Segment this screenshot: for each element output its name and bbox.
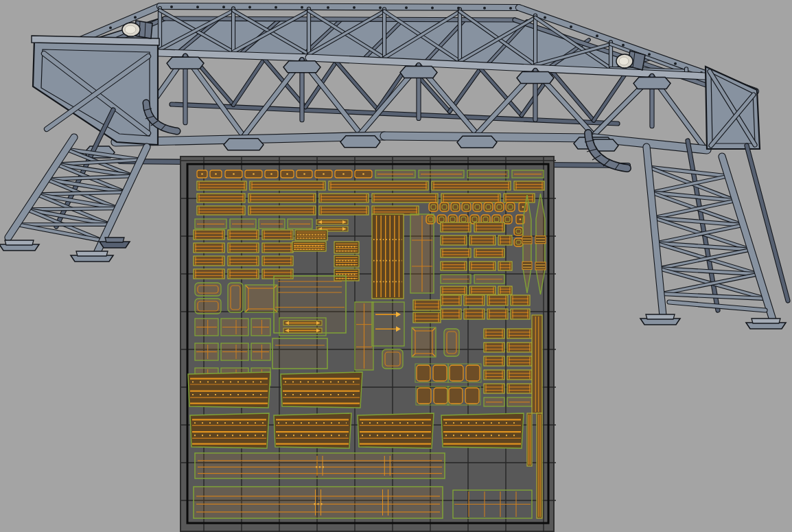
- uv-island-cap[interactable]: [245, 170, 262, 178]
- uv-island-vplate[interactable]: [410, 214, 434, 293]
- uv-island-strip[interactable]: [413, 300, 441, 310]
- uv-island-strip[interactable]: [498, 262, 512, 270]
- uv-island-strip[interactable]: [507, 384, 532, 393]
- uv-island-strip[interactable]: [484, 356, 504, 366]
- uv-island-cap[interactable]: [296, 170, 312, 178]
- uv-island-strip[interactable]: [514, 181, 544, 190]
- uv-island-roundplate[interactable]: [228, 283, 243, 312]
- uv-island-strip[interactable]: [248, 194, 316, 203]
- uv-island-cap[interactable]: [225, 170, 242, 178]
- uv-island-strip[interactable]: [469, 235, 496, 245]
- uv-island-cap[interactable]: [281, 170, 294, 178]
- uv-island-strip[interactable]: [319, 206, 369, 215]
- uv-island-strip[interactable]: [197, 194, 245, 203]
- uv-island-strip[interactable]: [228, 256, 259, 266]
- uv-island-trap[interactable]: [358, 413, 434, 448]
- uv-island-strip1[interactable]: [375, 170, 415, 178]
- uv-island-strip[interactable]: [441, 262, 467, 270]
- uv-island-bolt[interactable]: [484, 203, 493, 211]
- uv-island-link[interactable]: [447, 386, 480, 405]
- uv-island-strip1[interactable]: [467, 170, 509, 178]
- uv-island-dense[interactable]: [334, 242, 359, 253]
- uv-island-strip1[interactable]: [419, 170, 464, 178]
- uv-island-strip[interactable]: [441, 194, 500, 203]
- uv-island-bolt[interactable]: [429, 203, 438, 211]
- uv-island-strip[interactable]: [464, 309, 485, 319]
- uv-island-strip[interactable]: [498, 286, 512, 294]
- uv-island-pillar[interactable]: [372, 214, 404, 299]
- uv-island-vplate[interactable]: [355, 302, 373, 370]
- uv-island-trap[interactable]: [190, 413, 269, 448]
- uv-island-bolt[interactable]: [462, 203, 471, 211]
- uv-island-diamond[interactable]: [535, 194, 546, 294]
- uv-island-strip[interactable]: [441, 248, 471, 257]
- uv-island-strip[interactable]: [432, 181, 511, 190]
- uv-island-link[interactable]: [416, 386, 449, 405]
- uv-island-gridplate[interactable]: [453, 490, 532, 518]
- uv-island-strip[interactable]: [262, 230, 293, 240]
- uv-island-cap[interactable]: [315, 170, 332, 178]
- uv-island-plate2[interactable]: [251, 319, 270, 336]
- uv-island-plate2[interactable]: [195, 319, 218, 336]
- uv-island-strip[interactable]: [507, 370, 532, 380]
- uv-island-strip1[interactable]: [441, 275, 471, 284]
- uv-island-link[interactable]: [448, 364, 481, 382]
- uv-island-plate2[interactable]: [221, 343, 248, 360]
- uv-island-longstrip[interactable]: [194, 487, 443, 518]
- uv-island-trap[interactable]: [274, 413, 351, 448]
- uv-island-strip[interactable]: [262, 243, 293, 253]
- uv-island-vstrip[interactable]: [532, 315, 542, 413]
- uv-island-trap[interactable]: [281, 372, 362, 408]
- uv-island-strip[interactable]: [413, 312, 441, 323]
- uv-island-vstrip[interactable]: [537, 413, 542, 518]
- uv-island-strip[interactable]: [194, 243, 224, 253]
- uv-island-roundplate[interactable]: [195, 299, 221, 314]
- uv-island-strip[interactable]: [474, 248, 504, 257]
- uv-island-cap[interactable]: [210, 170, 222, 178]
- uv-island-cap[interactable]: [197, 170, 207, 178]
- uv-island-roundplate[interactable]: [444, 329, 459, 356]
- uv-island-strip[interactable]: [507, 343, 532, 352]
- uv-island-strip[interactable]: [484, 370, 504, 380]
- uv-island-strip[interactable]: [197, 181, 246, 190]
- uv-island-strip[interactable]: [469, 262, 496, 270]
- uv-island-longstrip[interactable]: [195, 453, 445, 478]
- uv-island-roundplate[interactable]: [195, 283, 221, 296]
- uv-island-strip[interactable]: [487, 309, 508, 319]
- uv-island-link[interactable]: [415, 364, 448, 382]
- uv-island-arrowstrip[interactable]: [316, 220, 348, 224]
- uv-island-strip1[interactable]: [512, 170, 544, 178]
- uv-island-cap[interactable]: [265, 170, 278, 178]
- uv-island-bolt[interactable]: [451, 203, 460, 211]
- uv-island-bolt[interactable]: [495, 203, 504, 211]
- uv-island-strip[interactable]: [498, 235, 512, 245]
- uv-island-strip1[interactable]: [195, 219, 226, 229]
- uv-island-strip[interactable]: [484, 343, 504, 352]
- uv-island-strip[interactable]: [441, 222, 471, 232]
- viewport-3d[interactable]: [0, 0, 792, 532]
- uv-island-strip1[interactable]: [259, 219, 285, 229]
- uv-island-strip1[interactable]: [474, 275, 504, 284]
- uv-island-strip[interactable]: [474, 222, 504, 232]
- uv-island-strip[interactable]: [228, 230, 259, 240]
- uv-island-strip[interactable]: [469, 286, 496, 294]
- uv-editor-panel[interactable]: [180, 156, 555, 532]
- uv-island-bolt[interactable]: [514, 238, 523, 246]
- uv-island-plate2[interactable]: [221, 319, 248, 336]
- uv-island-bolt[interactable]: [440, 203, 449, 211]
- uv-island-strip[interactable]: [504, 194, 535, 203]
- uv-island-roundplate[interactable]: [382, 349, 403, 369]
- uv-island-strip[interactable]: [329, 181, 428, 190]
- uv-island-strip[interactable]: [441, 295, 461, 305]
- uv-island-dense[interactable]: [334, 255, 359, 267]
- uv-island-trap[interactable]: [441, 413, 524, 448]
- uv-island-vstrip[interactable]: [527, 413, 532, 466]
- uv-island-cap[interactable]: [355, 170, 372, 178]
- uv-island-strip1[interactable]: [288, 219, 312, 229]
- uv-island-strip[interactable]: [511, 309, 530, 319]
- uv-island-strip[interactable]: [372, 206, 419, 215]
- uv-island-strip1[interactable]: [230, 219, 256, 229]
- uv-island-trap[interactable]: [188, 372, 270, 408]
- uv-island-strip[interactable]: [228, 243, 259, 253]
- uv-island-strip[interactable]: [441, 309, 461, 319]
